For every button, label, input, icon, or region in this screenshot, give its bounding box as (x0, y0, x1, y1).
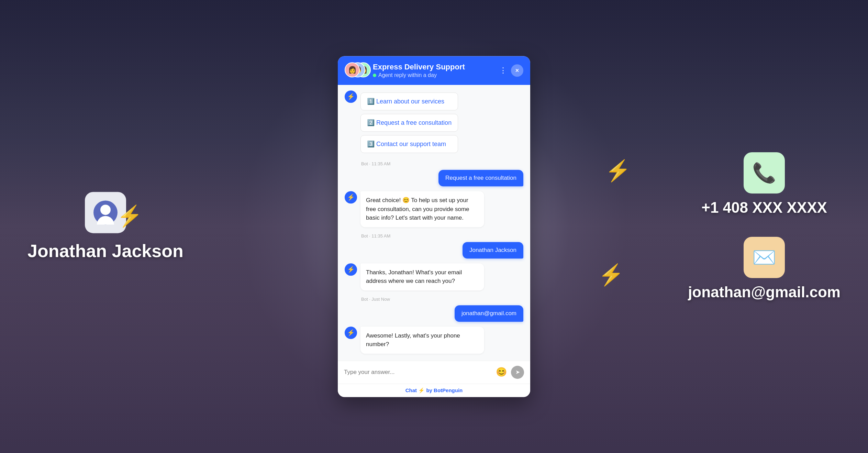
chat-body: ⚡ 1️⃣ Learn about our services 2️⃣ Reque… (338, 85, 530, 361)
email-time: Bot · Just Now (345, 297, 523, 302)
bot-lightning-icon-3: ⚡ (347, 266, 355, 273)
phone-icon-box: 📞 (744, 152, 785, 194)
chat-input[interactable] (344, 369, 492, 376)
bot-menu-row: ⚡ 1️⃣ Learn about our services 2️⃣ Reque… (345, 90, 523, 155)
user-reply-consultation: Request a free consultation (345, 170, 523, 186)
email-address: jonathan@gmail.com (688, 284, 841, 301)
bot-great-choice-row: ⚡ Great choice! 😊 To help us set up your… (345, 191, 523, 227)
user-name: Jonathan Jackson (27, 241, 183, 261)
phone-icon: 📞 (752, 162, 776, 184)
send-icon: ➤ (515, 369, 520, 375)
lightning-bolt-left: ⚡ (117, 204, 143, 228)
bot-avatar-2: ⚡ (345, 191, 357, 203)
bot-avatar-1: ⚡ (345, 90, 357, 103)
bot-lightning-icon: ⚡ (347, 93, 355, 100)
bot-bubble-phone: Awesome! Lastly, what's your phone numbe… (360, 327, 484, 354)
contact-info-panel: 📞 +1 408 XXX XXXX ✉️ jonathan@gmail.com (688, 152, 841, 301)
phone-number: +1 408 XXX XXXX (701, 199, 827, 216)
footer-lightning: ⚡ (418, 387, 425, 393)
footer-text: by (426, 387, 434, 393)
bot-avatar-4: ⚡ (345, 327, 357, 339)
footer-prefix: Chat (405, 387, 419, 393)
avatar-1: 👩 (345, 62, 360, 77)
header-info: Express Delivery Support Agent reply wit… (373, 63, 494, 78)
phone-contact-block: 📞 +1 408 XXX XXXX (701, 152, 827, 216)
lightning-bolt-right-top: ⚡ (605, 158, 631, 183)
bot-bubble-email: Thanks, Jonathan! What's your email addr… (360, 263, 484, 290)
send-button[interactable]: ➤ (511, 366, 524, 379)
user-avatar-icon (93, 200, 118, 224)
chat-footer: Chat ⚡ by BotPenguin (338, 384, 530, 397)
user-bubble-email: jonathan@gmail.com (455, 305, 523, 322)
user-info-panel: Jonathan Jackson (27, 192, 183, 261)
chat-title: Express Delivery Support (373, 63, 494, 71)
footer-brand: BotPenguin (434, 387, 463, 393)
menu-time: Bot · 11:35 AM (345, 161, 523, 166)
header-avatars: 👩 👨 👩 (345, 62, 368, 79)
bot-bubble-great-choice: Great choice! 😊 To help us set up your f… (360, 191, 484, 227)
user-bubble-consultation: Request a free consultation (438, 170, 523, 186)
lightning-bolt-right-bottom: ⚡ (598, 263, 624, 287)
online-indicator (373, 74, 376, 77)
chat-header: 👩 👨 👩 Express Delivery Support Agent rep… (338, 56, 530, 85)
bot-avatar-3: ⚡ (345, 263, 357, 276)
email-icon: ✉️ (752, 246, 776, 269)
user-bubble-name: Jonathan Jackson (463, 242, 523, 258)
user-reply-email: jonathan@gmail.com (345, 305, 523, 322)
chat-subtitle: Agent reply within a day (373, 72, 494, 78)
user-reply-name: Jonathan Jackson (345, 242, 523, 258)
menu-option-1[interactable]: 1️⃣ Learn about our services (360, 92, 458, 110)
emoji-button[interactable]: 😊 (496, 367, 507, 377)
chat-input-area: 😊 ➤ (338, 361, 530, 384)
bot-phone-row: ⚡ Awesome! Lastly, what's your phone num… (345, 327, 523, 354)
email-contact-block: ✉️ jonathan@gmail.com (688, 237, 841, 301)
header-actions: ⋮ × (499, 64, 523, 77)
menu-option-3[interactable]: 3️⃣ Contact our support team (360, 135, 458, 153)
chat-widget: 👩 👨 👩 Express Delivery Support Agent rep… (338, 56, 530, 397)
great-choice-time: Bot · 11:35 AM (345, 233, 523, 239)
bot-lightning-icon-2: ⚡ (347, 194, 355, 201)
subtitle-text: Agent reply within a day (378, 72, 437, 78)
email-icon-box: ✉️ (744, 237, 785, 278)
menu-button[interactable]: ⋮ (499, 66, 508, 75)
close-button[interactable]: × (511, 64, 523, 77)
menu-options: 1️⃣ Learn about our services 2️⃣ Request… (360, 90, 458, 155)
bot-email-row: ⚡ Thanks, Jonathan! What's your email ad… (345, 263, 523, 290)
bot-lightning-icon-4: ⚡ (347, 329, 355, 336)
menu-option-2[interactable]: 2️⃣ Request a free consultation (360, 114, 458, 132)
